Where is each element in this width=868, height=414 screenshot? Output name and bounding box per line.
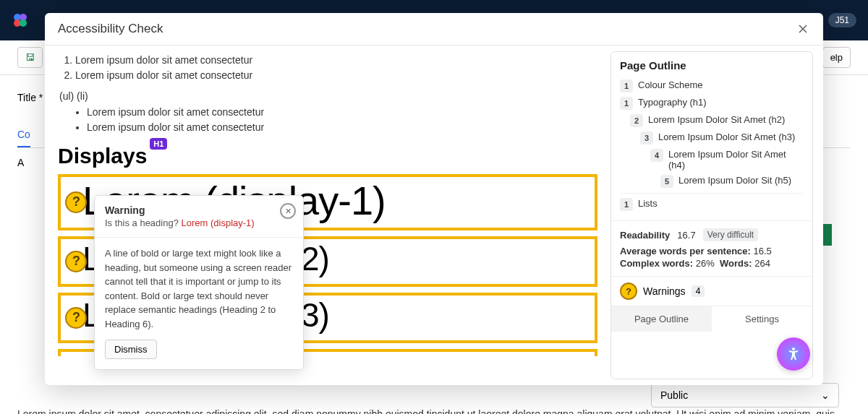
warning-icon[interactable] [65, 191, 87, 213]
outline-item-lists[interactable]: 1Lists [620, 193, 804, 213]
warning-icon: ? [620, 283, 637, 300]
h1-badge: H1 [150, 138, 167, 150]
displays-heading: Displays H1 [58, 144, 147, 168]
outline-item[interactable]: 2Lorem Ipsum Dolor Sit Amet (h2) [620, 112, 804, 129]
close-icon[interactable] [796, 22, 810, 36]
warnings-count: 4 [692, 285, 705, 297]
outline-item[interactable]: 3Lorem Ipsum Dolor Sit Amet (h3) [620, 129, 804, 147]
outline-item[interactable]: 5Lorem Ipsum Dolor Sit (h5) [620, 173, 804, 190]
unordered-list: Lorem ipsum dolor sit amet consectetur L… [58, 105, 597, 135]
readability-difficulty: Very difficult [703, 228, 758, 241]
accessibility-fab[interactable] [777, 337, 810, 371]
outline-item[interactable]: 1Typography (h1) [620, 95, 804, 112]
svg-point-4 [792, 348, 795, 350]
outline-item[interactable]: 4Lorem Ipsum Dolor Sit Amet (h4) [620, 147, 804, 173]
dismiss-button[interactable]: Dismiss [105, 340, 157, 359]
popover-title: Warning [105, 204, 293, 216]
ordered-list: Lorem ipsum dolor sit amet consectetur L… [58, 53, 597, 83]
popover-close-icon[interactable] [280, 203, 296, 219]
popover-subtitle: Is this a heading? Lorem (display-1) [105, 217, 293, 228]
page-outline-panel: Page Outline 1Colour Scheme 1Typography … [610, 51, 813, 379]
popover-body: A line of bold or large text might look … [95, 238, 303, 340]
outline-item[interactable]: 1Colour Scheme [620, 77, 804, 95]
ul-label: (ul) (li) [59, 90, 597, 102]
tab-settings[interactable]: Settings [712, 306, 812, 332]
warning-icon[interactable] [65, 307, 87, 329]
warnings-row[interactable]: ? Warnings 4 [611, 276, 812, 306]
tab-page-outline[interactable]: Page Outline [611, 306, 712, 332]
accessibility-icon [785, 345, 802, 363]
warning-popover: Warning Is this a heading? Lorem (displa… [94, 195, 304, 370]
outline-heading: Page Outline [620, 59, 804, 72]
readability-score: 16.7 [677, 230, 695, 241]
modal-title: Accessibility Check [58, 22, 163, 36]
warning-icon[interactable] [65, 251, 87, 272]
readability-label: Readability [620, 230, 670, 241]
